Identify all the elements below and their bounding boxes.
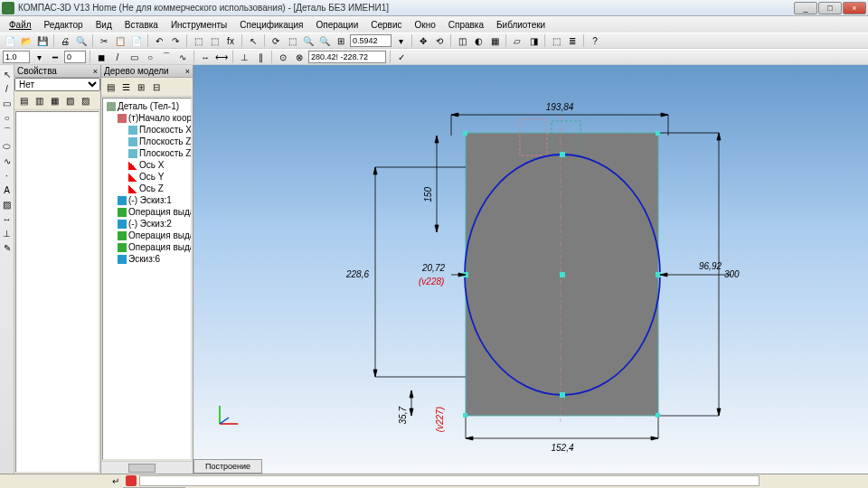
tree-icon-3[interactable]: ⊞ [134,80,148,94]
shade-button[interactable]: ◐ [471,33,486,48]
tool-line-icon[interactable]: / [1,82,14,95]
vars-button[interactable]: fx [223,33,238,48]
window-title: КОМПАС-3D V13 Home (Не для коммерческого… [18,3,794,13]
persp-button[interactable]: ▱ [510,33,524,48]
tool-spline-icon[interactable]: ∿ [1,155,14,167]
scale-drop[interactable]: ▾ [32,50,46,64]
rect-button[interactable]: ▭ [127,50,141,64]
new-button[interactable]: 📄 [3,33,17,48]
tool-text-icon[interactable]: A [1,183,14,196]
menu-help[interactable]: Справка [443,18,489,32]
view-drop-button[interactable]: ▾ [393,33,408,48]
section-button[interactable]: ◨ [526,33,541,48]
save-button[interactable]: 💾 [35,33,50,48]
cut-button[interactable]: ✂ [97,33,111,48]
close-button[interactable]: × [843,2,866,14]
menu-window[interactable]: Окно [410,18,441,32]
prop-icon-2[interactable]: ▥ [32,93,46,108]
tree-icon-4[interactable]: ⊟ [149,80,164,94]
spline-button[interactable]: ∿ [175,50,190,64]
refresh-button[interactable]: ⟳ [269,33,283,48]
menu-tools[interactable]: Инструменты [165,18,232,32]
prop-icon-4[interactable]: ▧ [62,93,77,108]
style-button[interactable]: ━ [48,50,62,64]
zoom-fit-button[interactable]: ⊞ [334,33,348,48]
zoom-frame-button[interactable]: ⬚ [285,33,299,48]
shade2-button[interactable]: ⬚ [549,33,563,48]
cursor-button[interactable]: ↖ [246,33,260,48]
undo-button[interactable]: ↶ [152,33,166,48]
help-button[interactable]: ? [588,33,602,48]
tool-arc-icon[interactable]: ⌒ [1,126,14,138]
wire-button[interactable]: ▦ [487,33,502,48]
build-tab[interactable]: Построение [193,459,262,474]
minimize-button[interactable]: _ [794,2,817,14]
model-tree[interactable]: Деталь (Тел-1) (т)Начало координат Плоск… [102,98,192,460]
orient-button[interactable]: ◫ [455,33,469,48]
zoom-in-button[interactable]: 🔍 [301,33,316,48]
menu-edit[interactable]: Редактор [39,18,89,32]
drawing-canvas[interactable]: 193,84 300 228,6 150 20,72 (v228) 9 [193,65,868,474]
tree-op6: Операция выдавливания:6 [105,241,189,253]
arc-button[interactable]: ⌒ [159,50,174,64]
tool-point-icon[interactable]: · [1,169,14,182]
zoom-out-button[interactable]: 🔍 [317,33,332,48]
constr2-button[interactable]: ∥ [253,50,268,64]
menu-ops[interactable]: Операции [310,18,363,32]
menu-service[interactable]: Сервис [365,18,407,32]
paste-button[interactable]: 📄 [129,33,144,48]
param-stop-button[interactable] [126,475,137,486]
exit-sketch-button[interactable]: ✓ [394,50,409,64]
prop-button[interactable]: ⬚ [191,33,205,48]
redo-button[interactable]: ↷ [168,33,183,48]
preview-button[interactable]: 🔍 [74,33,89,48]
zoom-value-input[interactable] [350,34,392,47]
bold-button[interactable]: ◼ [94,50,108,64]
snap1-button[interactable]: ⊙ [276,50,290,64]
properties-select[interactable]: Нет [14,78,100,91]
line-button[interactable]: / [110,50,125,64]
tree-hscroll[interactable] [101,461,193,474]
prop-icon-1[interactable]: ▤ [16,93,31,108]
scale-input[interactable] [3,51,30,63]
copy-button[interactable]: 📋 [113,33,127,48]
tool-constr-icon[interactable]: ⊥ [1,227,14,239]
tree-icon-2[interactable]: ☰ [118,80,133,94]
tree-sketch1: (-) Эскиз:1 [105,194,189,206]
coords-input[interactable] [308,51,386,63]
tool-dim-icon[interactable]: ↔ [1,212,14,225]
param-input[interactable] [139,475,760,486]
print-button[interactable]: 🖨 [58,33,72,48]
tool-hatch-icon[interactable]: ▨ [1,198,14,211]
svg-text:96,92: 96,92 [699,261,722,271]
tree-button[interactable]: ⬚ [207,33,222,48]
menu-file[interactable]: Файл [4,18,37,32]
tool-select-icon[interactable]: ↖ [1,68,14,80]
maximize-button[interactable]: □ [818,2,842,14]
snap2-button[interactable]: ⊗ [292,50,307,64]
menu-spec[interactable]: Спецификация [234,18,308,32]
dim-button[interactable]: ↔ [198,50,212,64]
tool-edit-icon[interactable]: ✎ [1,241,14,254]
tool-circle-icon[interactable]: ○ [1,111,14,124]
tool-rect-icon[interactable]: ▭ [1,97,14,109]
constr-button[interactable]: ⊥ [237,50,251,64]
prop-icon-5[interactable]: ▨ [78,93,92,108]
step-input[interactable] [64,51,86,63]
tool-ellipse-icon[interactable]: ⬭ [1,140,14,153]
menu-bar: Файл Редактор Вид Вставка Инструменты Сп… [0,16,868,33]
properties-close-icon[interactable]: × [93,67,98,76]
tree-close-icon[interactable]: × [185,67,190,76]
rotate-button[interactable]: ⟲ [432,33,447,48]
tree-plane-xy: Плоскость XY [105,124,189,136]
pan-button[interactable]: ✥ [416,33,430,48]
layers-button[interactable]: ≣ [565,33,580,48]
tree-icon-1[interactable]: ▤ [103,80,118,94]
dim-auto-button[interactable]: ⟷ [214,50,229,64]
prop-icon-3[interactable]: ▦ [47,93,61,108]
menu-lib[interactable]: Библиотеки [491,18,551,32]
circle-button[interactable]: ○ [143,50,157,64]
menu-view[interactable]: Вид [90,18,118,32]
open-button[interactable]: 📂 [19,33,33,48]
menu-insert[interactable]: Вставка [119,18,164,32]
